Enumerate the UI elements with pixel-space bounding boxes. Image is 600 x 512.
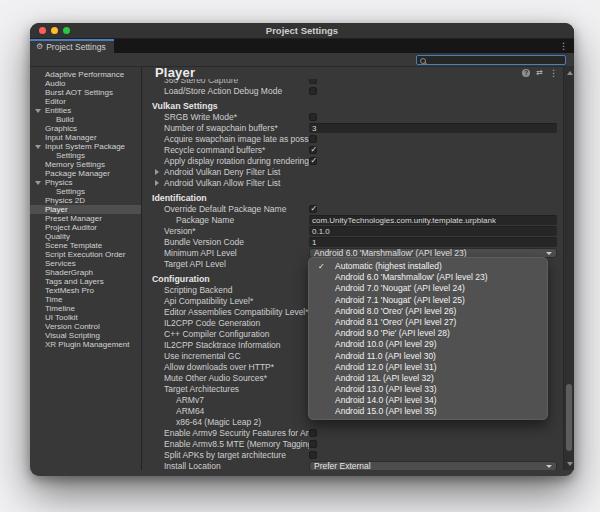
enable-armv9-security-features-for-arm64-checkbox[interactable]	[309, 429, 317, 437]
sidebar-item-player[interactable]: Player	[30, 205, 141, 214]
popup-item-android-10-0-api-level-29[interactable]: Android 10.0 (API level 29)	[309, 339, 547, 350]
row-label: Override Default Package Name	[142, 204, 309, 214]
popup-item-android-7-1-nougat-api-level-25[interactable]: Android 7.1 'Nougat' (API level 25)	[309, 295, 547, 306]
minimum-api-level-dropdown[interactable]: Android 6.0 'Marshmallow' (API level 23)	[309, 248, 557, 258]
sidebar-item-physics[interactable]: Physics	[30, 178, 141, 187]
sidebar-item-label: Settings	[56, 187, 85, 196]
row-label: Identification	[142, 193, 563, 203]
sidebar-item-settings[interactable]: Settings	[30, 187, 141, 196]
number-of-swapchain-buffers-field[interactable]: 3	[309, 123, 557, 133]
row-load-store-action-debug-mode: Load/Store Action Debug Mode	[142, 85, 563, 96]
sidebar-item-quality[interactable]: Quality	[30, 232, 141, 241]
popup-item-android-11-0-api-level-30[interactable]: Android 11.0 (API level 30)	[309, 351, 547, 362]
apply-display-rotation-during-rendering-checkbox[interactable]	[309, 157, 317, 165]
sidebar-item-script-execution-order[interactable]: Script Execution Order	[30, 250, 141, 259]
popup-item-android-15-0-api-level-35[interactable]: Android 15.0 (API level 35)	[309, 406, 547, 417]
row-label: IL2CPP Stacktrace Information	[142, 340, 309, 350]
foldout-arrow-icon[interactable]	[155, 180, 159, 186]
row-control: 1	[309, 237, 557, 247]
row-android-vulkan-deny-filter-list[interactable]: Android Vulkan Deny Filter List	[142, 166, 563, 177]
close-button[interactable]	[39, 27, 46, 34]
sidebar-item-visual-scripting[interactable]: Visual Scripting	[30, 331, 141, 340]
popup-item-android-8-0-oreo-api-level-26[interactable]: Android 8.0 'Oreo' (API level 26)	[309, 306, 547, 317]
row-version: Version*0.1.0	[142, 225, 563, 236]
sidebar-item-graphics[interactable]: Graphics	[30, 124, 141, 133]
sidebar-item-preset-manager[interactable]: Preset Manager	[30, 214, 141, 223]
sidebar-item-editor[interactable]: Editor	[30, 97, 141, 106]
row-label: C++ Compiler Configuration	[142, 329, 309, 339]
foldout-arrow-icon[interactable]	[35, 145, 41, 149]
popup-item-android-12l-api-level-32[interactable]: Android 12L (API level 32)	[309, 373, 547, 384]
scroll-down-icon[interactable]	[567, 462, 573, 466]
zoom-button[interactable]	[63, 27, 70, 34]
titlebar[interactable]: Project Settings	[30, 23, 574, 39]
sidebar-item-label: Entities	[45, 106, 71, 115]
sidebar-item-settings[interactable]: Settings	[30, 151, 141, 160]
sidebar-item-build[interactable]: Build	[30, 115, 141, 124]
popup-item-android-14-0-api-level-34[interactable]: Android 14.0 (API level 34)	[309, 395, 547, 406]
search-input[interactable]	[416, 55, 566, 65]
sidebar-item-textmesh-pro[interactable]: TextMesh Pro	[30, 286, 141, 295]
tab-strip-menu-icon[interactable]: ⋮	[559, 41, 568, 51]
sidebar-item-project-auditor[interactable]: Project Auditor	[30, 223, 141, 232]
sidebar-item-timeline[interactable]: Timeline	[30, 304, 141, 313]
row-label: Apply display rotation during rendering	[142, 156, 309, 166]
version-field[interactable]: 0.1.0	[309, 226, 557, 236]
bundle-version-code-field[interactable]: 1	[309, 237, 557, 247]
popup-item-android-12-0-api-level-31[interactable]: Android 12.0 (API level 31)	[309, 362, 547, 373]
sidebar-item-shadergraph[interactable]: ShaderGraph	[30, 268, 141, 277]
sidebar-item-input-manager[interactable]: Input Manager	[30, 133, 141, 142]
srgb-write-mode-checkbox[interactable]	[309, 113, 317, 121]
sidebar-item-input-system-package[interactable]: Input System Package	[30, 142, 141, 151]
load-store-action-debug-mode-checkbox[interactable]	[309, 87, 317, 95]
sidebar-item-services[interactable]: Services	[30, 259, 141, 268]
sidebar-item-xr-plugin-management[interactable]: XR Plugin Management	[30, 340, 141, 349]
row-override-default-package-name: Override Default Package Name	[142, 203, 563, 214]
foldout-arrow-icon[interactable]	[35, 181, 41, 185]
tab-project-settings[interactable]: ⚙ Project Settings	[30, 39, 114, 53]
sidebar-item-memory-settings[interactable]: Memory Settings	[30, 160, 141, 169]
sidebar-item-adaptive-performance[interactable]: Adaptive Performance	[30, 70, 141, 79]
minimize-button[interactable]	[51, 27, 58, 34]
install-location-dropdown[interactable]: Prefer External	[309, 461, 557, 471]
sidebar-item-entities[interactable]: Entities	[30, 106, 141, 115]
override-default-package-name-checkbox[interactable]	[309, 205, 317, 213]
360-stereo-capture-checkbox[interactable]	[309, 79, 317, 84]
section-vulkan-settings: Vulkan Settings	[142, 100, 563, 111]
sidebar-item-label: XR Plugin Management	[45, 340, 130, 349]
toolbar	[30, 53, 574, 67]
sidebar-item-time[interactable]: Time	[30, 295, 141, 304]
presets-icon[interactable]: ⇄	[536, 69, 543, 77]
header-menu-icon[interactable]: ⋮	[549, 69, 558, 77]
vertical-scrollbar[interactable]	[563, 67, 574, 470]
sidebar-item-label: Scene Template	[45, 241, 102, 250]
popup-item-android-8-1-oreo-api-level-27[interactable]: Android 8.1 'Oreo' (API level 27)	[309, 317, 547, 328]
recycle-command-buffers-checkbox[interactable]	[309, 146, 317, 154]
sidebar-item-ui-toolkit[interactable]: UI Toolkit	[30, 313, 141, 322]
enable-armv8-5-mte-memory-tagging-ex-checkbox[interactable]	[309, 440, 317, 448]
popup-item-android-7-0-nougat-api-level-24[interactable]: Android 7.0 'Nougat' (API level 24)	[309, 283, 547, 294]
row-label: Split APKs by target architecture	[142, 450, 309, 460]
popup-item-android-6-0-marshmallow-api-level-23[interactable]: Android 6.0 'Marshmallow' (API level 23)	[309, 272, 547, 283]
acquire-swapchain-image-late-as-possible-checkbox[interactable]	[309, 135, 317, 143]
row-android-vulkan-allow-filter-list[interactable]: Android Vulkan Allow Filter List	[142, 177, 563, 188]
package-name-field[interactable]: com.UnityTechnologies.com.unity.template…	[309, 215, 557, 225]
row-control: Prefer External	[309, 461, 557, 471]
foldout-arrow-icon[interactable]	[155, 169, 159, 175]
sidebar-item-package-manager[interactable]: Package Manager	[30, 169, 141, 178]
sidebar-item-burst-aot-settings[interactable]: Burst AOT Settings	[30, 88, 141, 97]
sidebar-item-scene-template[interactable]: Scene Template	[30, 241, 141, 250]
popup-item-label: Android 15.0 (API level 35)	[335, 406, 437, 416]
popup-item-automatic-highest-installed[interactable]: ✓Automatic (highest installed)	[309, 261, 547, 272]
scrollbar-thumb[interactable]	[566, 384, 572, 451]
popup-item-android-9-0-pie-api-level-28[interactable]: Android 9.0 'Pie' (API level 28)	[309, 328, 547, 339]
sidebar-item-version-control[interactable]: Version Control	[30, 322, 141, 331]
sidebar-item-audio[interactable]: Audio	[30, 79, 141, 88]
row-label: Editor Assemblies Compatibility Level*	[142, 307, 309, 317]
split-apks-by-target-architecture-checkbox[interactable]	[309, 451, 317, 459]
foldout-arrow-icon[interactable]	[35, 109, 41, 113]
sidebar-item-physics-2d[interactable]: Physics 2D	[30, 196, 141, 205]
popup-item-android-13-0-api-level-33[interactable]: Android 13.0 (API level 33)	[309, 384, 547, 395]
sidebar-item-tags-and-layers[interactable]: Tags and Layers	[30, 277, 141, 286]
help-icon[interactable]: ?	[522, 69, 530, 77]
